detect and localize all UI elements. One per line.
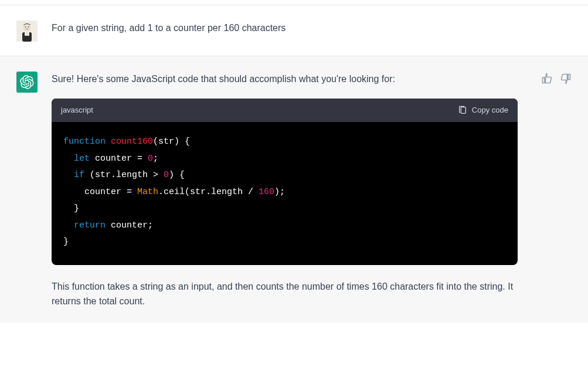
svg-rect-6 bbox=[25, 32, 29, 36]
svg-rect-7 bbox=[461, 107, 465, 114]
code-token: ) { bbox=[169, 170, 185, 180]
assistant-message-content: Sure! Here's some JavaScript code that s… bbox=[52, 70, 518, 309]
code-token: let bbox=[74, 154, 90, 164]
code-language-label: javascript bbox=[61, 104, 93, 117]
feedback-buttons bbox=[541, 73, 572, 84]
svg-point-2 bbox=[24, 25, 30, 30]
code-body: function count160(str) { let counter = 0… bbox=[52, 122, 518, 265]
code-token: ; bbox=[153, 154, 158, 164]
thumbs-up-button[interactable] bbox=[541, 73, 553, 84]
user-message-text: For a given string, add 1 to a counter p… bbox=[52, 19, 532, 36]
thumbs-down-button[interactable] bbox=[560, 73, 572, 84]
code-token: } bbox=[63, 237, 69, 247]
code-token: return bbox=[74, 220, 106, 230]
code-token: if bbox=[74, 170, 84, 180]
code-token: 0 bbox=[164, 170, 169, 180]
code-token: counter = bbox=[90, 154, 148, 164]
assistant-message-row: Sure! Here's some JavaScript code that s… bbox=[0, 56, 588, 323]
assistant-avatar bbox=[16, 72, 38, 93]
code-token: 160 bbox=[259, 187, 274, 197]
openai-logo-icon bbox=[20, 75, 34, 89]
svg-point-4 bbox=[28, 26, 29, 28]
thumbs-down-icon bbox=[560, 73, 572, 84]
thumbs-up-icon bbox=[541, 73, 553, 84]
code-token: function bbox=[63, 137, 106, 147]
code-token: ); bbox=[274, 187, 285, 197]
code-token: } bbox=[63, 203, 79, 213]
copy-code-label: Copy code bbox=[472, 104, 508, 117]
copy-code-button[interactable]: Copy code bbox=[458, 104, 508, 117]
code-token: counter = bbox=[63, 187, 137, 197]
user-avatar bbox=[16, 21, 38, 42]
assistant-explanation-text: This function takes a string as an input… bbox=[52, 279, 518, 309]
svg-point-3 bbox=[25, 26, 26, 28]
code-token: 0 bbox=[148, 154, 153, 164]
code-token: (str.length > bbox=[84, 170, 164, 180]
code-header: javascript Copy code bbox=[52, 99, 518, 123]
code-token: (str) { bbox=[153, 137, 190, 147]
code-token: count160 bbox=[111, 137, 153, 147]
code-block: javascript Copy code function count160(s… bbox=[52, 99, 518, 265]
code-token: .ceil(str.length / bbox=[158, 187, 259, 197]
assistant-intro-text: Sure! Here's some JavaScript code that s… bbox=[52, 72, 518, 87]
code-token: counter; bbox=[106, 220, 153, 230]
user-message-row: For a given string, add 1 to a counter p… bbox=[0, 5, 588, 56]
clipboard-icon bbox=[458, 106, 467, 115]
code-token: Math bbox=[137, 187, 158, 197]
user-avatar-icon bbox=[16, 21, 38, 42]
